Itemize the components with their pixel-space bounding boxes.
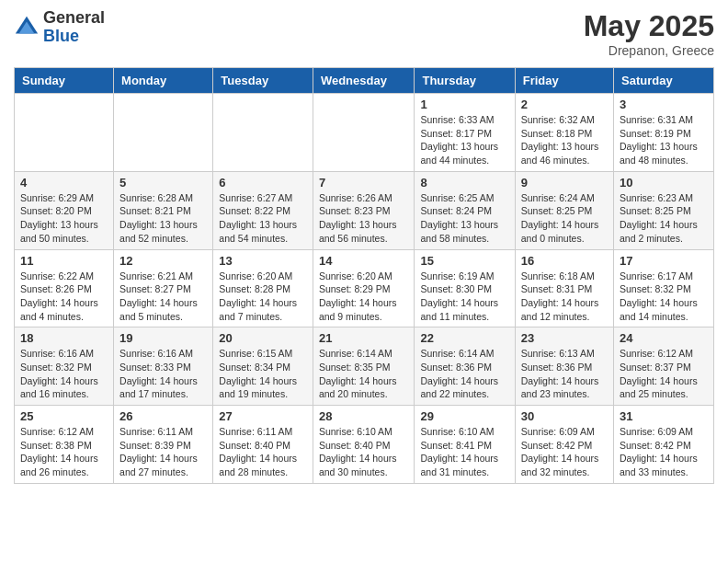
calendar-cell [213,94,313,172]
calendar-cell: 24Sunrise: 6:12 AM Sunset: 8:37 PM Dayli… [614,327,714,406]
cell-content: Sunrise: 6:26 AM Sunset: 8:23 PM Dayligh… [319,191,409,246]
day-number: 31 [620,409,708,423]
day-number: 27 [219,409,307,423]
calendar-cell: 11Sunrise: 6:22 AM Sunset: 8:26 PM Dayli… [15,249,114,327]
day-number: 1 [420,98,508,111]
cell-content: Sunrise: 6:25 AM Sunset: 8:24 PM Dayligh… [420,191,508,246]
day-number: 22 [420,331,508,345]
day-number: 5 [119,176,207,190]
cell-content: Sunrise: 6:18 AM Sunset: 8:31 PM Dayligh… [521,270,608,324]
calendar-cell: 17Sunrise: 6:17 AM Sunset: 8:32 PM Dayli… [614,249,714,327]
calendar-cell: 6Sunrise: 6:27 AM Sunset: 8:22 PM Daylig… [213,171,313,249]
calendar-day-header: Tuesday [213,68,313,94]
calendar-cell: 19Sunrise: 6:16 AM Sunset: 8:33 PM Dayli… [114,327,213,406]
day-number: 8 [420,176,508,190]
calendar-day-header: Friday [515,68,613,94]
calendar-cell: 12Sunrise: 6:21 AM Sunset: 8:27 PM Dayli… [114,249,213,327]
cell-content: Sunrise: 6:15 AM Sunset: 8:34 PM Dayligh… [219,347,307,401]
day-number: 17 [620,254,708,268]
day-number: 16 [521,254,608,268]
logo-icon [14,15,40,40]
day-number: 20 [219,331,307,345]
calendar-cell: 5Sunrise: 6:28 AM Sunset: 8:21 PM Daylig… [114,171,213,249]
calendar-cell: 25Sunrise: 6:12 AM Sunset: 8:38 PM Dayli… [15,406,114,484]
cell-content: Sunrise: 6:12 AM Sunset: 8:37 PM Dayligh… [620,347,708,401]
calendar-cell: 27Sunrise: 6:11 AM Sunset: 8:40 PM Dayli… [213,406,313,484]
cell-content: Sunrise: 6:20 AM Sunset: 8:28 PM Dayligh… [219,270,307,324]
calendar-cell: 21Sunrise: 6:14 AM Sunset: 8:35 PM Dayli… [313,327,415,406]
cell-content: Sunrise: 6:24 AM Sunset: 8:25 PM Dayligh… [521,191,608,246]
cell-content: Sunrise: 6:28 AM Sunset: 8:21 PM Dayligh… [119,191,207,246]
calendar-week-row: 11Sunrise: 6:22 AM Sunset: 8:26 PM Dayli… [15,249,714,327]
cell-content: Sunrise: 6:16 AM Sunset: 8:33 PM Dayligh… [119,347,207,401]
day-number: 23 [521,331,608,345]
cell-content: Sunrise: 6:19 AM Sunset: 8:30 PM Dayligh… [420,270,508,324]
calendar-week-row: 1Sunrise: 6:33 AM Sunset: 8:17 PM Daylig… [15,94,714,172]
calendar-cell [114,94,213,172]
calendar-cell: 7Sunrise: 6:26 AM Sunset: 8:23 PM Daylig… [313,171,415,249]
day-number: 29 [420,409,508,423]
calendar-week-row: 25Sunrise: 6:12 AM Sunset: 8:38 PM Dayli… [15,406,714,484]
cell-content: Sunrise: 6:14 AM Sunset: 8:35 PM Dayligh… [319,347,409,401]
day-number: 18 [20,331,108,345]
logo-blue: Blue [43,28,105,46]
day-number: 15 [420,254,508,268]
calendar-day-header: Wednesday [313,68,415,94]
cell-content: Sunrise: 6:27 AM Sunset: 8:22 PM Dayligh… [219,191,307,246]
calendar-cell: 3Sunrise: 6:31 AM Sunset: 8:19 PM Daylig… [614,94,714,172]
day-number: 24 [620,331,708,345]
calendar-day-header: Saturday [614,68,714,94]
calendar-cell: 1Sunrise: 6:33 AM Sunset: 8:17 PM Daylig… [415,94,515,172]
calendar-table: SundayMondayTuesdayWednesdayThursdayFrid… [14,67,714,484]
logo-general: General [43,9,105,28]
calendar-cell: 4Sunrise: 6:29 AM Sunset: 8:20 PM Daylig… [15,171,114,249]
cell-content: Sunrise: 6:10 AM Sunset: 8:40 PM Dayligh… [319,425,409,479]
cell-content: Sunrise: 6:33 AM Sunset: 8:17 PM Dayligh… [420,113,508,167]
calendar-cell: 16Sunrise: 6:18 AM Sunset: 8:31 PM Dayli… [515,249,613,327]
cell-content: Sunrise: 6:11 AM Sunset: 8:39 PM Dayligh… [119,425,207,479]
day-number: 26 [119,409,207,423]
day-number: 4 [20,176,108,190]
calendar-cell: 9Sunrise: 6:24 AM Sunset: 8:25 PM Daylig… [515,171,613,249]
calendar-cell: 23Sunrise: 6:13 AM Sunset: 8:36 PM Dayli… [515,327,613,406]
day-number: 28 [319,409,409,423]
page-header: General Blue May 2025 Drepanon, Greece [14,9,714,58]
day-number: 14 [319,254,409,268]
cell-content: Sunrise: 6:20 AM Sunset: 8:29 PM Dayligh… [319,270,409,324]
calendar-cell: 31Sunrise: 6:09 AM Sunset: 8:42 PM Dayli… [614,406,714,484]
day-number: 2 [521,98,608,111]
cell-content: Sunrise: 6:23 AM Sunset: 8:25 PM Dayligh… [620,191,708,246]
calendar-cell: 29Sunrise: 6:10 AM Sunset: 8:41 PM Dayli… [415,406,515,484]
cell-content: Sunrise: 6:13 AM Sunset: 8:36 PM Dayligh… [521,347,608,401]
cell-content: Sunrise: 6:10 AM Sunset: 8:41 PM Dayligh… [420,425,508,479]
calendar-week-row: 18Sunrise: 6:16 AM Sunset: 8:32 PM Dayli… [15,327,714,406]
calendar-cell: 18Sunrise: 6:16 AM Sunset: 8:32 PM Dayli… [15,327,114,406]
day-number: 13 [219,254,307,268]
cell-content: Sunrise: 6:09 AM Sunset: 8:42 PM Dayligh… [620,425,708,479]
cell-content: Sunrise: 6:31 AM Sunset: 8:19 PM Dayligh… [620,113,708,167]
day-number: 3 [620,98,708,111]
cell-content: Sunrise: 6:29 AM Sunset: 8:20 PM Dayligh… [20,191,108,246]
logo: General Blue [14,9,105,46]
calendar-cell: 13Sunrise: 6:20 AM Sunset: 8:28 PM Dayli… [213,249,313,327]
calendar-day-header: Monday [114,68,213,94]
month-year: May 2025 [584,9,714,43]
day-number: 10 [620,176,708,190]
day-number: 7 [319,176,409,190]
day-number: 9 [521,176,608,190]
cell-content: Sunrise: 6:32 AM Sunset: 8:18 PM Dayligh… [521,113,608,167]
calendar-cell [313,94,415,172]
calendar-cell: 2Sunrise: 6:32 AM Sunset: 8:18 PM Daylig… [515,94,613,172]
calendar-cell: 28Sunrise: 6:10 AM Sunset: 8:40 PM Dayli… [313,406,415,484]
logo-text: General Blue [43,9,105,46]
title-section: May 2025 Drepanon, Greece [584,9,714,58]
day-number: 6 [219,176,307,190]
cell-content: Sunrise: 6:11 AM Sunset: 8:40 PM Dayligh… [219,425,307,479]
cell-content: Sunrise: 6:14 AM Sunset: 8:36 PM Dayligh… [420,347,508,401]
cell-content: Sunrise: 6:12 AM Sunset: 8:38 PM Dayligh… [20,425,108,479]
calendar-cell: 14Sunrise: 6:20 AM Sunset: 8:29 PM Dayli… [313,249,415,327]
calendar-day-header: Sunday [15,68,114,94]
day-number: 25 [20,409,108,423]
calendar-cell: 15Sunrise: 6:19 AM Sunset: 8:30 PM Dayli… [415,249,515,327]
calendar-cell: 22Sunrise: 6:14 AM Sunset: 8:36 PM Dayli… [415,327,515,406]
